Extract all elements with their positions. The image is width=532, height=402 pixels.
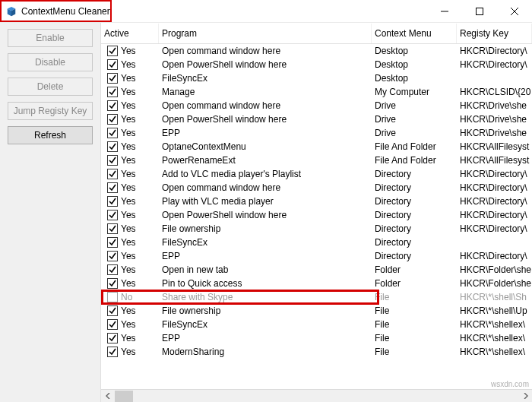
column-active[interactable]: Active xyxy=(101,24,159,43)
table-row[interactable]: YesOpen command window hereDesktopHKCR\D… xyxy=(101,44,532,58)
grid-header: Active Program Context Menu Registy Key xyxy=(101,23,532,44)
table-row[interactable]: YesFile ownershipFileHKCR\*\shell\Up xyxy=(101,304,532,318)
main-area: Enable Disable Delete Jump Registy Key R… xyxy=(0,23,532,402)
minimize-button[interactable] xyxy=(427,0,462,23)
table-row[interactable]: YesOpen in new tabFolderHKCR\Folder\she xyxy=(101,263,532,277)
active-text: Yes xyxy=(121,59,136,70)
row-checkbox[interactable] xyxy=(107,169,118,179)
active-text: Yes xyxy=(121,251,136,261)
table-row[interactable]: YesPowerRenameExtFile And FolderHKCR\All… xyxy=(101,154,532,167)
table-row[interactable]: YesPlay with VLC media playerDirectoryHK… xyxy=(101,195,532,208)
row-checkbox[interactable] xyxy=(107,292,118,302)
table-row[interactable]: YesOpen command window hereDirectoryHKCR… xyxy=(101,181,532,195)
active-text: Yes xyxy=(121,182,136,193)
cell-context: File xyxy=(372,292,457,302)
scrollbar-thumb[interactable] xyxy=(115,391,133,402)
cell-active: Yes xyxy=(101,223,159,234)
table-row[interactable]: YesOptaneContextMenuFile And FolderHKCR\… xyxy=(101,140,532,154)
table-row[interactable]: YesAdd to VLC media player's PlaylistDir… xyxy=(101,167,532,181)
cell-active: Yes xyxy=(101,210,159,220)
table-row[interactable]: YesEPPDirectoryHKCR\Directory\ xyxy=(101,249,532,263)
cell-regkey: HKCR\Directory\ xyxy=(457,46,532,56)
table-row[interactable]: YesModernSharingFileHKCR\*\shellex\ xyxy=(101,345,532,359)
jump-registry-button[interactable]: Jump Registy Key xyxy=(8,102,93,120)
row-checkbox[interactable] xyxy=(107,264,118,275)
cell-context: Drive xyxy=(372,114,457,125)
table-row[interactable]: YesEPPFileHKCR\*\shellex\ xyxy=(101,331,532,345)
active-text: Yes xyxy=(121,169,136,179)
cell-program: Open command window here xyxy=(159,182,372,193)
column-regkey[interactable]: Registy Key xyxy=(457,24,532,43)
cell-context: File xyxy=(372,347,457,357)
refresh-button[interactable]: Refresh xyxy=(8,126,93,144)
column-program[interactable]: Program xyxy=(159,24,372,43)
grid-body[interactable]: YesOpen command window hereDesktopHKCR\D… xyxy=(101,44,532,389)
cell-regkey: HKCR\Folder\she xyxy=(457,264,532,275)
row-checkbox[interactable] xyxy=(107,347,118,357)
active-text: Yes xyxy=(121,128,136,138)
cell-context: Drive xyxy=(372,128,457,138)
row-checkbox[interactable] xyxy=(107,155,118,166)
table-row[interactable]: YesOpen PowerShell window hereDesktopHKC… xyxy=(101,58,532,71)
row-checkbox[interactable] xyxy=(107,128,118,138)
active-text: Yes xyxy=(121,100,136,111)
titlebar-left-highlight: ContextMenu Cleaner xyxy=(0,0,112,22)
cell-regkey: HKCR\Directory\ xyxy=(457,182,532,193)
row-checkbox[interactable] xyxy=(107,305,118,316)
table-row[interactable]: NoShare with SkypeFileHKCR\*\shell\Sh xyxy=(101,290,532,304)
scroll-right-arrow-icon[interactable] xyxy=(519,390,532,403)
row-checkbox[interactable] xyxy=(107,333,118,343)
table-row[interactable]: YesOpen command window hereDriveHKCR\Dri… xyxy=(101,99,532,112)
cell-program: Open in new tab xyxy=(159,264,372,275)
cell-active: Yes xyxy=(101,141,159,152)
row-checkbox[interactable] xyxy=(107,141,118,152)
row-checkbox[interactable] xyxy=(107,182,118,193)
row-checkbox[interactable] xyxy=(107,73,118,84)
table-row[interactable]: YesEPPDriveHKCR\Drive\she xyxy=(101,126,532,140)
active-text: Yes xyxy=(121,210,136,220)
cell-program: Share with Skype xyxy=(159,292,372,302)
row-checkbox[interactable] xyxy=(107,196,118,207)
cell-context: Directory xyxy=(372,182,457,193)
cell-active: Yes xyxy=(101,59,159,70)
cell-active: Yes xyxy=(101,251,159,261)
table-row[interactable]: YesOpen PowerShell window hereDirectoryH… xyxy=(101,208,532,222)
cell-program: ModernSharing xyxy=(159,347,372,357)
cell-program: Open PowerShell window here xyxy=(159,114,372,125)
table-row[interactable]: Yes FileSyncExDesktop xyxy=(101,71,532,85)
row-checkbox[interactable] xyxy=(107,46,118,56)
close-button[interactable] xyxy=(497,0,532,23)
table-row[interactable]: YesManageMy ComputerHKCR\CLSID\{20 xyxy=(101,85,532,99)
cell-active: Yes xyxy=(101,278,159,289)
horizontal-scrollbar[interactable] xyxy=(101,389,532,402)
row-checkbox[interactable] xyxy=(107,87,118,97)
cell-program: OptaneContextMenu xyxy=(159,141,372,152)
disable-button[interactable]: Disable xyxy=(8,53,93,71)
table-row[interactable]: YesFile ownershipDirectoryHKCR\Directory… xyxy=(101,222,532,236)
row-checkbox[interactable] xyxy=(107,251,118,261)
row-checkbox[interactable] xyxy=(107,59,118,70)
cell-active: Yes xyxy=(101,114,159,125)
table-row[interactable]: Yes FileSyncExDirectory xyxy=(101,236,532,249)
row-checkbox[interactable] xyxy=(107,210,118,220)
cell-regkey: HKCR\Directory\ xyxy=(457,210,532,220)
cell-regkey: HKCR\*\shellex\ xyxy=(457,347,532,357)
column-context[interactable]: Context Menu xyxy=(372,24,457,43)
cell-regkey: HKCR\CLSID\{20 xyxy=(457,87,532,97)
scroll-left-arrow-icon[interactable] xyxy=(101,390,114,403)
content-area: Active Program Context Menu Registy Key … xyxy=(101,23,532,402)
enable-button[interactable]: Enable xyxy=(8,29,93,47)
cell-active: Yes xyxy=(101,264,159,275)
table-row[interactable]: Yes FileSyncExFileHKCR\*\shellex\ xyxy=(101,318,532,331)
row-checkbox[interactable] xyxy=(107,319,118,330)
table-row[interactable]: YesOpen PowerShell window hereDriveHKCR\… xyxy=(101,112,532,126)
row-checkbox[interactable] xyxy=(107,278,118,289)
row-checkbox[interactable] xyxy=(107,114,118,125)
cell-program: Open command window here xyxy=(159,46,372,56)
delete-button[interactable]: Delete xyxy=(8,78,93,96)
row-checkbox[interactable] xyxy=(107,100,118,111)
table-row[interactable]: YesPin to Quick accessFolderHKCR\Folder\… xyxy=(101,277,532,290)
maximize-button[interactable] xyxy=(462,0,497,23)
row-checkbox[interactable] xyxy=(107,223,118,234)
row-checkbox[interactable] xyxy=(107,237,118,248)
